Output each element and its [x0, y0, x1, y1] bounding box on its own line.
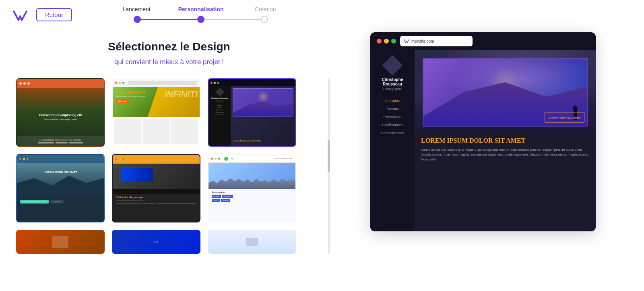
tmpl4-hero-text: LOREM IPSUM SIT AMET: [17, 171, 104, 174]
subtitle-highlight: !: [220, 58, 224, 66]
preview-sidebar: Christophe Rousseau Photographe À propos…: [370, 50, 415, 231]
header: Retour Lancement Personnalisation Créati…: [0, 0, 644, 24]
browser-url-logo: [403, 38, 410, 44]
tmpl2-sub: Reformatcas nos maillons ipsum: [116, 95, 145, 98]
template-card-photo[interactable]: Christophe Rousseau Photographe À propos…: [208, 78, 296, 147]
tmpl1-hero-text: Consectetuer adipiscing elit: [17, 113, 104, 117]
preview-photographer-name: Christophe Rousseau: [382, 77, 403, 86]
tmpl2-cta-btn[interactable]: Découvrir: [116, 99, 129, 103]
browser-chrome: monsite.com: [370, 32, 596, 50]
browser-dot-red: [377, 39, 382, 44]
step-circle-1: [134, 16, 141, 23]
select-design-subtitle: qui convient le mieux à votre projet !: [16, 58, 322, 66]
template-card-partial-3[interactable]: [208, 230, 296, 254]
tmpl1-sub-text: Datea auibshet ullamcorper metus: [17, 118, 104, 121]
stepper-labels: Lancement Personnalisation Création: [104, 6, 297, 12]
template-card-city[interactable]: Logo Produits Services Contact Accès rap…: [208, 154, 296, 222]
preview-content-area: Lorem ipsum dolor sit amet Nam quis est …: [415, 131, 596, 231]
scrollbar-thumb[interactable]: [328, 140, 330, 172]
preview-desc-text: Nam quis est nisi. Mauris quis neque ut …: [421, 148, 589, 162]
template-card-garage[interactable]: L'histoire du garage lorem ipsum dolor s…: [112, 154, 200, 222]
template-card-partial-1[interactable]: [16, 230, 105, 254]
tmpl6-access-title: Accès rapides: [212, 191, 292, 193]
step-circle-3: [261, 16, 268, 23]
browser-content: Christophe Rousseau Photographe À propos…: [370, 50, 596, 231]
preview-nav-item-travaux[interactable]: Travaux: [374, 107, 411, 111]
step-label-creation: Création: [233, 6, 297, 12]
preview-nav-item-contact[interactable]: Contactez-moi: [374, 131, 411, 135]
browser-dot-yellow: [384, 39, 389, 44]
browser-url-bar: monsite.com: [400, 36, 473, 46]
tmpl6-btn2[interactable]: Commander: [222, 195, 233, 198]
preview-diamond-icon: [382, 55, 403, 76]
select-design-title: Sélectionnez le Design: [16, 40, 322, 53]
template-card-partial-2[interactable]: ●●●: [112, 230, 200, 254]
preview-nav-item-apropos[interactable]: À propos: [374, 99, 411, 103]
partial-cards-row: ●●●: [16, 230, 322, 254]
stepper-track: [134, 16, 268, 23]
step-line-1: [141, 19, 197, 20]
tmpl4-cta-btn[interactable]: INTECIS VITAE LOREM LOREM: [20, 200, 49, 204]
preview-photographer-job: Photographe: [383, 87, 402, 91]
browser-dots: [377, 39, 396, 44]
main-layout: Sélectionnez le Design qui convient le m…: [0, 24, 644, 254]
retour-button[interactable]: Retour: [36, 8, 72, 21]
template-scroll-container: Consectetuer adipiscing elit Datea auibs…: [16, 78, 322, 254]
template-card-sports[interactable]: Club Omnisports Reformatcas nos maillons…: [112, 78, 200, 147]
tmpl5-garage-text: lorem ipsum dolor sit amet consecteture: [116, 200, 196, 202]
preview-hero-image: VISITEZ MES GALERIES: [415, 50, 596, 131]
step-line-2: [204, 19, 261, 20]
preview-main-title: Lorem ipsum dolor sit amet: [421, 137, 589, 144]
preview-nav-items: À propos Travaux Prestations Conférences…: [374, 99, 411, 135]
tmpl6-btn3[interactable]: Simuler: [212, 199, 220, 202]
scrollbar-track[interactable]: [328, 78, 330, 254]
preview-visit-btn-label[interactable]: VISITEZ MES GALERIES: [548, 117, 581, 120]
preview-main-area: VISITEZ MES GALERIES Lorem ipsum dolor s…: [415, 50, 596, 231]
tmpl6-logo-text: Logo: [230, 158, 233, 160]
step-circle-2: [197, 16, 204, 23]
tmpl6-nav: Produits Services Contact: [275, 158, 293, 160]
tmpl2-club-title: Club Omnisports: [116, 90, 145, 94]
browser-dot-green: [391, 39, 396, 44]
tmpl6-btn4[interactable]: Contacter: [221, 199, 230, 202]
tmpl6-btn1[interactable]: Consulter: [212, 195, 221, 198]
preview-nav-item-conferences[interactable]: Conférences: [374, 123, 411, 127]
step-label-lancement: Lancement: [104, 6, 169, 12]
tmpl5-garage-title: L'histoire du garage: [116, 196, 196, 199]
stepper: Lancement Personnalisation Création: [104, 6, 297, 23]
tmpl1-bottom-text: Feugiat lorem ipsum dolor sed venema: [20, 139, 101, 141]
template-card-food[interactable]: Consectetuer adipiscing elit Datea auibs…: [16, 78, 105, 147]
template-grid: Consectetuer adipiscing elit Datea auibs…: [16, 78, 322, 222]
template-card-travel[interactable]: LOREM IPSUM SIT AMET INTECIS VITAE LOREM…: [16, 154, 105, 222]
left-panel: Sélectionnez le Design qui convient le m…: [16, 24, 330, 254]
right-panel: monsite.com Christophe Rousseau Photogra…: [330, 24, 644, 254]
subtitle-text: qui convient le mieux à votre projet: [114, 58, 220, 66]
browser-preview-window: monsite.com Christophe Rousseau Photogra…: [370, 32, 596, 231]
browser-url-text: monsite.com: [411, 39, 434, 44]
preview-photo-overlay: VISITEZ MES GALERIES: [423, 58, 588, 127]
logo-icon: [12, 8, 28, 24]
preview-nav-item-prestations[interactable]: Prestations: [374, 115, 411, 119]
step-label-personnalisation: Personnalisation: [169, 6, 233, 12]
